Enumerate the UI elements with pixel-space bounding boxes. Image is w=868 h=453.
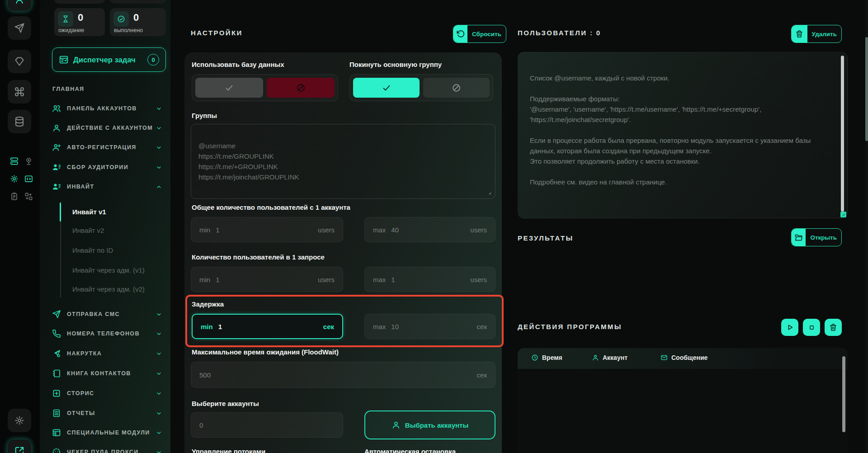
sidebar-item-отчеты[interactable]: ОТЧЕТЫ (40, 406, 170, 421)
threads-label: Управление потоками (192, 448, 265, 453)
done-label: выполнено (114, 27, 143, 33)
hourglass-icon (58, 11, 73, 27)
sidebar-item-инвайт[interactable]: ИНВАЙТ (40, 179, 170, 194)
table-column-label: Аккаунт (603, 354, 627, 361)
use-database-label: Использовать базу данных (192, 61, 284, 68)
table-column-label: Время (542, 354, 562, 361)
rail-send-icon[interactable] (8, 16, 31, 40)
use-database-yes-button[interactable] (195, 78, 263, 98)
chevron-down-icon (156, 164, 162, 171)
per-request-min-input[interactable]: min 1 users (191, 267, 343, 292)
floodwait-input[interactable]: 500 сек (191, 362, 495, 388)
accounts-count-value: 0 (199, 421, 203, 429)
rail-database-icon[interactable] (8, 110, 31, 133)
chevron-down-icon (156, 330, 162, 337)
rail-gear-icon[interactable] (9, 174, 19, 184)
users-unit: users (470, 226, 487, 234)
page-scrollbar[interactable] (865, 0, 868, 453)
reset-button[interactable]: Сбросить (453, 25, 506, 43)
user-icon (52, 123, 61, 132)
submenu-item-инвайт-через-адм-v2-[interactable]: Инвайт через адм. (v2) (72, 282, 145, 296)
rail-code-icon[interactable] (24, 174, 33, 184)
users-resize-handle[interactable] (840, 212, 846, 217)
rail-clipboard-icon[interactable] (9, 191, 19, 201)
leave-group-yes-button[interactable] (353, 78, 420, 98)
play-icon (786, 323, 794, 331)
page-scrollbar-thumb[interactable] (865, 37, 868, 141)
sidebar-item-авто-регистрация[interactable]: АВТО-РЕГИСТРАЦИЯ (40, 140, 170, 155)
users-unit: users (318, 226, 335, 234)
table-column-mail[interactable]: Сообщение (660, 354, 708, 361)
table-scrollbar-thumb[interactable] (842, 356, 845, 432)
groups-textarea[interactable]: @username https://t.me/GROUPLINK https:/… (191, 124, 495, 199)
delay-min-input[interactable]: min 1 сек (192, 314, 343, 339)
per-request-max-input[interactable]: max 1 users (364, 267, 495, 292)
groups-label: Группы (192, 112, 217, 119)
total-users-max-input[interactable]: max 40 users (364, 217, 495, 242)
sidebar-item-сбор-аудитории[interactable]: СБОР АУДИТОРИИ (40, 160, 170, 175)
submenu-item-инвайт-v1[interactable]: Инвайт v1 (72, 205, 106, 218)
choose-accounts-button[interactable]: Выбрать аккаунты (364, 411, 495, 439)
users-unit: users (318, 276, 335, 283)
table-column-user[interactable]: Аккаунт (592, 354, 627, 361)
task-manager-button[interactable]: Диспетчер задач 0 (52, 47, 166, 72)
leave-group-label: Покинуть основную группу (349, 61, 442, 68)
sidebar-item-отправка-смс[interactable]: ОТПРАВКА СМС (40, 307, 170, 322)
sidebar-item-сторис[interactable]: СТОРИС (40, 386, 170, 401)
rail-gear-button[interactable] (8, 409, 31, 432)
check-circle-icon (113, 11, 129, 27)
user-icon (392, 420, 401, 429)
resize-grip-icon[interactable] (487, 191, 494, 197)
max-prefix: max (373, 276, 386, 283)
rail-swap-icon[interactable] (24, 191, 33, 201)
rail-panel-button[interactable] (8, 439, 31, 453)
sidebar-item-действие-с-аккаунтом[interactable]: ДЕЙСТВИЕ С АККАУНТОМ (40, 120, 170, 136)
total-users-max-value: 40 (391, 226, 399, 234)
delay-min-value: 1 (218, 323, 222, 330)
rail-command-icon[interactable] (8, 80, 31, 104)
sidebar-item-панель-аккаунтов[interactable]: ПАНЕЛЬ АККАУНТОВ (40, 101, 170, 116)
clear-log-button[interactable] (825, 319, 842, 336)
sidebar-item-книга-контактов[interactable]: КНИГА КОНТАКТОВ (40, 366, 170, 381)
rail-logo-icon[interactable] (8, 0, 31, 11)
users-textarea[interactable]: Список @username, каждый с новой строки.… (518, 52, 848, 218)
per-request-min-value: 1 (216, 276, 219, 283)
sidebar: 0 ожидание 0 выполнено Диспетчер задач 0… (40, 0, 170, 453)
submenu-item-инвайт-через-адм-v1-[interactable]: Инвайт через адм. (v1) (72, 263, 145, 277)
submenu-item-инвайт-v2[interactable]: Инвайт v2 (72, 223, 104, 237)
phone-icon (52, 329, 61, 338)
users-scrollbar-thumb[interactable] (841, 56, 844, 212)
stat-done: 0 выполнено (110, 8, 166, 36)
task-manager-icon (59, 55, 69, 65)
sidebar-item-номера-телефонов[interactable]: НОМЕРА ТЕЛЕФОНОВ (40, 326, 170, 341)
delay-label: Задержка (192, 300, 224, 308)
reset-label: Сбросить (467, 25, 506, 42)
total-users-min-input[interactable]: min 1 users (191, 217, 343, 242)
delay-max-input[interactable]: max 10 сек (364, 314, 495, 339)
sidebar-item-label: НАКРУТКА (67, 350, 102, 357)
play-button[interactable] (781, 319, 798, 336)
submenu-item-инвайт-по-id[interactable]: Инвайт по ID (72, 243, 113, 257)
trash-icon (792, 25, 807, 42)
accounts-count-input[interactable]: 0 (191, 412, 343, 438)
book-icon (52, 369, 61, 378)
user-list-icon (52, 182, 61, 191)
leave-group-no-button[interactable] (423, 78, 490, 98)
table-column-clock[interactable]: Время (531, 354, 562, 361)
stop-icon (808, 324, 816, 331)
sidebar-item-label: СТОРИС (67, 390, 94, 396)
sidebar-item-label: СБОР АУДИТОРИИ (67, 164, 128, 170)
slash-circle-icon (452, 83, 461, 93)
use-database-no-button[interactable] (267, 78, 335, 98)
rail-diamond-icon[interactable] (8, 50, 31, 73)
rail-server-icon[interactable] (9, 156, 19, 166)
rail-webcam-icon[interactable] (24, 156, 33, 166)
sidebar-item-чекер-пула-прокси[interactable]: ЧЕКЕР ПУЛА ПРОКСИ (40, 444, 170, 453)
sidebar-item-главная[interactable]: ГЛАВНАЯ (40, 81, 170, 97)
stop-button[interactable] (803, 319, 820, 336)
sidebar-item-накрутка[interactable]: НАКРУТКА (40, 346, 170, 361)
open-results-button[interactable]: Открыть (791, 228, 842, 246)
app-root: 0 ожидание 0 выполнено Диспетчер задач 0… (0, 0, 868, 453)
delete-users-button[interactable]: Удалить (791, 25, 842, 43)
sidebar-item-специальные-модули[interactable]: СПЕЦИАЛЬНЫЕ МОДУЛИ (40, 425, 170, 440)
